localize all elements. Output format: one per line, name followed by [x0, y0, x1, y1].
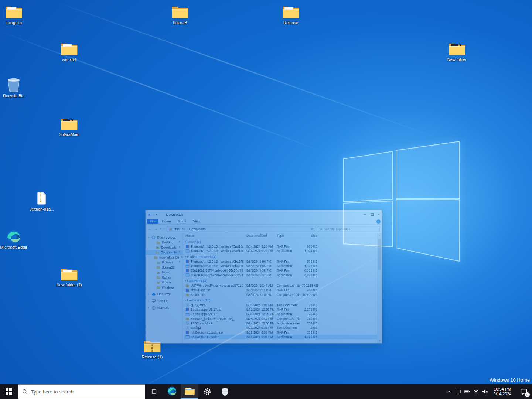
file-row-thunderarm-2-0b-2-version-a0ba270ff[interactable]: ThunderArm.2.0b.2 - version-a0ba270ff...…: [184, 264, 377, 268]
explorer-search-box[interactable]: [318, 226, 380, 232]
file-row-obs64-app-rar[interactable]: obs64-app.rar9/5/2024 1:11 PMRAR File468…: [184, 288, 377, 292]
scroll-down-icon[interactable]: ▼: [378, 339, 382, 343]
file-row-solara-dir[interactable]: Solara.Dir9/5/2024 8:10 PMCompressed (zi…: [184, 292, 377, 297]
task-view-button[interactable]: [145, 384, 163, 399]
breadcrumb-this-pc[interactable]: This PC: [173, 227, 185, 231]
taskbar-app-microsoft-edge[interactable]: [163, 384, 181, 399]
forward-button[interactable]: →: [154, 227, 157, 231]
desktop-icon-win-x64[interactable]: win-x64: [54, 41, 85, 62]
tray-device-icon[interactable]: [454, 384, 463, 399]
file-row-lvf-windowsplayer-version-ed371e00d[interactable]: LVF-WindowsPlayer-version-ed371e00d...9/…: [184, 283, 377, 288]
taskbar-app-file-explorer[interactable]: [181, 384, 198, 399]
tab-home[interactable]: Home: [159, 219, 174, 224]
chevron-down-icon[interactable]: ▾: [147, 236, 150, 239]
sidebar-item-new-folder-2[interactable]: New folder (2): [146, 255, 182, 260]
sidebar-item-downloads[interactable]: Downloads: [146, 245, 182, 250]
back-button[interactable]: ←: [148, 227, 151, 231]
sidebar-item-quick-access[interactable]: ▾Quick access: [146, 235, 182, 240]
desktop-icon-new-folder-2[interactable]: New folder (2): [54, 266, 85, 287]
zip-file-icon: [185, 317, 190, 321]
maximize-button[interactable]: [371, 213, 374, 216]
file-explorer-window[interactable]: ▣ ↓ ▾ Downloads — × File Home Share View…: [145, 210, 382, 344]
taskbar-clock[interactable]: 10:54 PM 9/14/2024: [489, 387, 516, 396]
chevron-right-icon[interactable]: ▸: [147, 306, 150, 309]
close-button[interactable]: ×: [378, 212, 380, 216]
file-row-thunderarm-2-0b-2-version-a0ba270ff[interactable]: ThunderArm.2.0b.2 - version-a0ba270ff...…: [184, 259, 377, 264]
explorer-titlebar[interactable]: ▣ ↓ ▾ Downloads — ×: [146, 210, 382, 218]
tray-network[interactable]: [471, 384, 480, 399]
taskbar-search[interactable]: Type here to search: [18, 384, 145, 399]
desktop-icon-incognito[interactable]: incognito: [0, 4, 29, 25]
tab-file[interactable]: File: [147, 219, 158, 224]
file-size: 796 KB: [300, 312, 319, 316]
taskbar-app-settings[interactable]: [198, 384, 216, 399]
breadcrumb-downloads[interactable]: Downloads: [189, 227, 206, 231]
chevron-down-icon[interactable]: ▾: [160, 228, 161, 231]
sidebar-item-network[interactable]: ▸Network: [146, 306, 182, 311]
explorer-search-input[interactable]: [324, 227, 378, 231]
desktop-icon-solarab[interactable]: SolaraB: [164, 4, 195, 25]
action-center-button[interactable]: 2: [516, 384, 532, 399]
file-group-header-last-month-28[interactable]: ▾Last month (28): [184, 298, 377, 303]
file-row-thunderarm-2-0b-5-version-43ad18da[interactable]: ThunderArm.2.0b.5 - version-43ad18da...9…: [184, 244, 377, 249]
sidebar-item-documents[interactable]: Documents: [146, 250, 182, 255]
sidebar-item-desktop[interactable]: Desktop: [146, 240, 182, 245]
file-row-config2[interactable]: config28/16/2024 5:36 PMText Document2 K…: [184, 325, 377, 330]
file-group-header-earlier-this-week-4[interactable]: ▾Earlier this week (4): [184, 255, 377, 259]
file-date-modified: 8/31/2024 12:26 PM: [245, 308, 275, 311]
column-header-size[interactable]: Size: [300, 234, 319, 238]
address-bar[interactable]: ▣ This PC › Downloads ⟳: [167, 226, 316, 232]
scrollbar-thumb[interactable]: [378, 239, 381, 270]
sidebar-item-label: Desktop: [162, 241, 173, 244]
tray-volume[interactable]: [480, 384, 489, 399]
file-size: 760,158 KB: [300, 284, 319, 287]
file-group-header-last-week-3[interactable]: ▾Last week (3): [184, 279, 377, 283]
start-button[interactable]: [0, 384, 18, 399]
file-row-35a210b2-587f-4bab-bc64-53c50cf742a5[interactable]: 35a210b2-587f-4bab-bc64-53c50cf742a59/8/…: [184, 273, 377, 277]
quick-access-toolbar[interactable]: ▣ ↓ ▾: [148, 213, 157, 216]
chevron-right-icon[interactable]: ▸: [147, 293, 150, 296]
file-row-bootstrapperv1-17-rar[interactable]: BootstrapperV1.17.rar8/31/2024 12:26 PMR…: [184, 307, 377, 312]
file-row-tfdcore-v2-dll[interactable]: TFDCore_v2.dll8/24/2024 10:50 PMApplicat…: [184, 321, 377, 325]
file-row-release-unknowncheats-me[interactable]: Release_[unknowncheats.me]_8/25/2024 6:4…: [184, 317, 377, 321]
sidebar-item-roblox[interactable]: Roblox: [146, 275, 182, 280]
file-row-gjtcqmrk[interactable]: gjTCQMrk8/31/2024 1:03 PMText Document73…: [184, 303, 377, 307]
file-row-bootstrapperv1-17[interactable]: BootstrapperV1.178/31/2024 12:25 PMAppli…: [184, 312, 377, 316]
sidebar-item-videos[interactable]: Videos: [146, 280, 182, 285]
desktop-icon-microsoft-edge[interactable]: Microsoft Edge: [0, 228, 29, 250]
desktop-icon-new-folder[interactable]: New folder: [441, 41, 473, 62]
refresh-icon[interactable]: ⟳: [311, 227, 314, 231]
tray-battery[interactable]: [463, 384, 471, 399]
file-row-thunderarm-2-0b-5-version-43ad18da[interactable]: ThunderArm.2.0b.5 - version-43ad18da...9…: [184, 249, 377, 253]
file-name: Release_[unknowncheats.me]_: [191, 317, 235, 321]
file-row-35a210b2-587f-4bab-bc64-53c50cf742a5[interactable]: 35a210b2-587f-4bab-bc64-53c50cf742a5...9…: [184, 268, 377, 273]
file-row-im-solutions-loader-rar[interactable]: IM.Solutions.Loader.rar8/16/2024 5:36 PM…: [184, 330, 377, 334]
arrow-down-icon: ↓: [153, 213, 154, 216]
up-button[interactable]: ↑: [163, 227, 165, 231]
tab-share[interactable]: Share: [175, 219, 190, 224]
file-row-im-solutions-loader[interactable]: IM.Solutions.Loader8/16/2024 5:36 PMAppl…: [184, 335, 377, 339]
taskbar-app-windows-security[interactable]: [216, 384, 234, 399]
chevron-right-icon[interactable]: ▸: [147, 300, 150, 303]
sidebar-item-onedrive[interactable]: ▸OneDrive: [146, 292, 182, 297]
scroll-up-icon[interactable]: ▲: [378, 233, 382, 238]
sidebar-item-this-pc[interactable]: ▸This PC: [146, 299, 182, 304]
tray-show-hidden-icons[interactable]: [445, 384, 454, 399]
file-type: RAR File: [275, 260, 300, 263]
desktop-icon-release[interactable]: Release: [275, 4, 306, 25]
desktop-icon-solaramain[interactable]: SolaraMain: [54, 116, 85, 137]
desktop-icon-recycle-bin[interactable]: Recycle Bin: [0, 77, 29, 98]
file-group-header-today-2[interactable]: ▾Today (2): [184, 239, 377, 244]
sidebar-item-music[interactable]: Music: [146, 270, 182, 275]
column-header-name[interactable]: Name: [184, 234, 245, 238]
column-header-type[interactable]: Type: [275, 234, 300, 238]
scrollbar[interactable]: ▲ ▼: [377, 233, 382, 343]
tab-view[interactable]: View: [190, 219, 203, 224]
desktop-icon-version-01a[interactable]: version-01a...: [26, 190, 57, 212]
sidebar-item-windows[interactable]: Windows: [146, 285, 182, 290]
sidebar-item-solarab2[interactable]: SolaraB2: [146, 265, 182, 270]
sidebar-item-pictures[interactable]: Pictures: [146, 260, 182, 265]
column-header-date-modified[interactable]: Date modified: [245, 234, 275, 238]
help-button[interactable]: ?: [376, 219, 381, 224]
minimize-button[interactable]: —: [363, 212, 366, 216]
